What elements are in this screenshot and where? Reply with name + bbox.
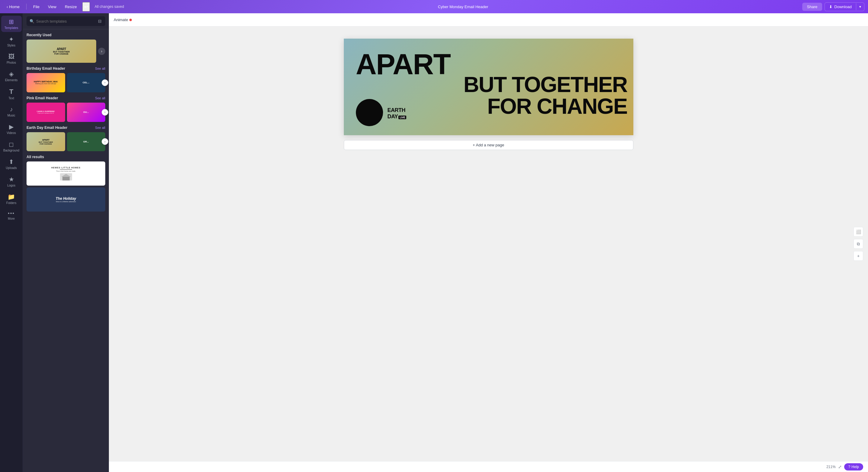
- resize-menu-button[interactable]: Resize: [62, 3, 80, 10]
- download-label: Download: [834, 4, 852, 9]
- birthday-section-title: Birthday Email Header: [27, 66, 65, 70]
- photos-icon: 🖼: [8, 53, 14, 60]
- canvas-live-badge: LIVE: [398, 116, 406, 119]
- undo-button[interactable]: ↩: [82, 2, 90, 11]
- chevron-left-icon: ‹: [7, 4, 8, 9]
- result-card-holiday[interactable]: The Holiday Once in a lifetime adventure: [27, 187, 105, 211]
- all-results-title: All results: [27, 155, 44, 159]
- sidebar-item-templates[interactable]: ⊞ Templates: [1, 16, 22, 32]
- template-card-pink-2[interactable]: OU...: [67, 102, 105, 122]
- crop-tool-button[interactable]: ⬜: [854, 227, 863, 237]
- uploads-label: Uploads: [6, 166, 17, 170]
- more-icon: •••: [8, 211, 15, 216]
- template-card-earthday-1[interactable]: APART BUT TOGETHER FOR CHANGE: [27, 132, 65, 151]
- music-label: Music: [7, 114, 15, 117]
- sidebar-item-logos[interactable]: ★ Logos: [1, 173, 22, 189]
- sidebar-item-uploads[interactable]: ⬆ Uploads: [1, 156, 22, 172]
- result-card-homes[interactable]: HEWES LITTLE HOMES This is how homes are…: [27, 161, 105, 186]
- search-input[interactable]: [36, 19, 96, 24]
- more-label: More: [8, 217, 15, 220]
- template-card-birthday-1[interactable]: HAPPY BIRTHDAY, MIA! Wishing you more lo…: [27, 73, 65, 92]
- background-label: Background: [3, 149, 19, 152]
- help-button[interactable]: ? Help: [844, 463, 863, 471]
- zoom-expand-button[interactable]: ⤢: [838, 465, 842, 469]
- all-results-header: All results: [27, 155, 105, 159]
- elements-icon: ◈: [9, 70, 13, 78]
- canvas-content[interactable]: APART BUT TOGETHER FOR CHANGE EARTH DAYL…: [344, 39, 633, 135]
- main-layout: ⊞ Templates ✦ Styles 🖼 Photos ◈ Elements…: [0, 13, 868, 472]
- sidebar-item-folders[interactable]: 📁 Folders: [1, 191, 22, 207]
- canvas-scroll-area[interactable]: ⬜ ⧉ + APART BUT TOGETHER FOR CHANGE: [109, 27, 868, 461]
- templates-scroll-area: Recently Used APART BUT TOGETHER FOR CHA…: [23, 29, 109, 472]
- add-tool-button[interactable]: +: [854, 251, 863, 261]
- birthday-section-header: Birthday Email Header See all: [27, 66, 105, 70]
- canvas-text-together-change[interactable]: BUT TOGETHER FOR CHANGE: [464, 73, 633, 117]
- pink-template-grid: I HAVE A SURPRISE! I hope you're going t…: [27, 102, 105, 122]
- canvas-text-together: BUT TOGETHER: [464, 73, 627, 95]
- canvas-toolbar: Animate: [109, 13, 868, 27]
- sidebar-item-videos[interactable]: ▶ Videos: [1, 121, 22, 137]
- left-sidebar-icon-bar: ⊞ Templates ✦ Styles 🖼 Photos ◈ Elements…: [0, 13, 23, 472]
- zoom-level: 211%: [826, 465, 836, 469]
- add-page-button[interactable]: + Add a new page: [344, 140, 633, 150]
- homes-template-preview: HEWES LITTLE HOMES This is how homes are…: [27, 161, 105, 186]
- home-button[interactable]: ‹ Home: [4, 3, 23, 10]
- share-button[interactable]: Share: [802, 3, 823, 11]
- background-icon: ◻: [9, 141, 14, 148]
- birthday-next-arrow[interactable]: ›: [102, 79, 108, 86]
- sidebar-item-background[interactable]: ◻ Background: [1, 138, 22, 154]
- home-label: Home: [9, 4, 20, 9]
- text-label: Text: [8, 96, 14, 100]
- earthday-see-all-button[interactable]: See all: [95, 126, 105, 129]
- nav-right-actions: Share ⬇ Download ▼: [802, 2, 864, 11]
- pink-template-preview-2: OU...: [67, 102, 105, 122]
- pink-next-arrow[interactable]: ›: [102, 109, 108, 116]
- logos-icon: ★: [9, 176, 14, 183]
- pink-section-header: Pink Email Header See all: [27, 96, 105, 100]
- sidebar-item-photos[interactable]: 🖼 Photos: [1, 51, 22, 67]
- recently-used-next-button[interactable]: ›: [98, 48, 105, 55]
- pink-see-all-button[interactable]: See all: [95, 96, 105, 100]
- template-card-earthday-2[interactable]: GR...: [67, 132, 105, 151]
- animate-label: Animate: [114, 18, 128, 22]
- music-icon: ♪: [10, 106, 13, 113]
- sidebar-item-more[interactable]: ••• More: [1, 208, 22, 223]
- recently-used-preview: APART BUT TOGETHER FOR CHANGE: [27, 39, 96, 63]
- template-card-pink-1[interactable]: I HAVE A SURPRISE! I hope you're going t…: [27, 102, 65, 122]
- svg-rect-0: [62, 177, 70, 180]
- canvas-text-apart[interactable]: APART: [356, 48, 451, 81]
- recently-used-title: Recently Used: [27, 33, 52, 37]
- filter-button[interactable]: ⊟: [97, 18, 102, 24]
- sidebar-item-elements[interactable]: ◈ Elements: [1, 68, 22, 84]
- duplicate-tool-button[interactable]: ⧉: [854, 239, 863, 249]
- template-card-birthday-2[interactable]: CEL...: [67, 73, 105, 92]
- earthday-template-preview-2: GR...: [67, 132, 105, 151]
- animate-dot-indicator: [129, 19, 132, 21]
- pink-template-preview-1: I HAVE A SURPRISE! I hope you're going t…: [27, 102, 65, 122]
- birthday-see-all-button[interactable]: See all: [95, 67, 105, 70]
- help-label: Help: [851, 465, 859, 469]
- recently-used-card[interactable]: APART BUT TOGETHER FOR CHANGE: [27, 39, 96, 63]
- canvas-area: Animate ⬜ ⧉ + APART BUT TOGETHER: [109, 13, 868, 472]
- animate-button[interactable]: Animate: [114, 18, 132, 22]
- earthday-section-title: Earth Day Email Header: [27, 125, 67, 130]
- logos-label: Logos: [7, 184, 16, 187]
- sidebar-item-styles[interactable]: ✦ Styles: [1, 33, 22, 50]
- uploads-icon: ⬆: [9, 158, 14, 166]
- earthday-template-preview-1: APART BUT TOGETHER FOR CHANGE: [27, 132, 65, 151]
- folders-icon: 📁: [7, 193, 15, 200]
- canvas-earth-day-logo[interactable]: EARTH DAYLIVE: [388, 107, 407, 120]
- download-arrow-button[interactable]: ▼: [856, 3, 864, 10]
- document-title: Cyber Monday Email Header: [126, 4, 800, 9]
- styles-label: Styles: [7, 44, 16, 47]
- download-main-button[interactable]: ⬇ Download: [825, 3, 856, 11]
- earthday-section-header: Earth Day Email Header See all: [27, 125, 105, 130]
- file-menu-button[interactable]: File: [30, 3, 42, 10]
- sidebar-item-text[interactable]: T Text: [1, 85, 22, 102]
- view-menu-button[interactable]: View: [45, 3, 59, 10]
- earthday-next-arrow[interactable]: ›: [102, 138, 108, 145]
- sidebar-item-music[interactable]: ♪ Music: [1, 104, 22, 119]
- elements-label: Elements: [5, 79, 18, 82]
- holiday-template-preview: The Holiday Once in a lifetime adventure: [27, 187, 105, 211]
- earthday-template-grid: APART BUT TOGETHER FOR CHANGE GR... ›: [27, 132, 105, 151]
